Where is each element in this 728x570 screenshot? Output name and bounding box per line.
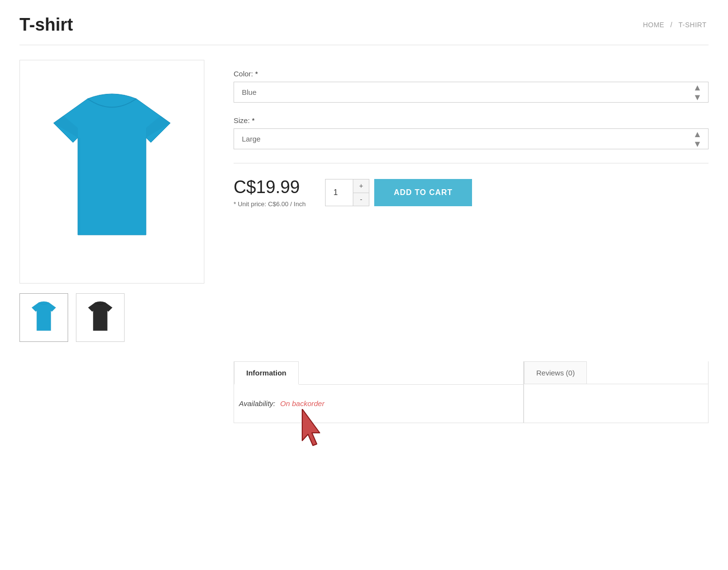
page-header: T-shirt HOME / T-SHIRT [19, 15, 709, 45]
main-product-image [19, 60, 204, 284]
thumbnail-blue[interactable] [19, 293, 68, 342]
page-title: T-shirt [19, 15, 73, 35]
reviews-tab-section: Reviews (0) [524, 361, 709, 423]
tabs-section: Information Availability: On backorder [234, 361, 524, 423]
quantity-buttons: + - [353, 179, 369, 206]
color-field-group: Color: * Blue Black White Red Green ▲ ▼ [234, 70, 709, 103]
size-field-group: Size: * Small Medium Large XL XXL ▲ ▼ [234, 116, 709, 149]
tab-information-content: Availability: On backorder [234, 385, 523, 423]
unit-price: * Unit price: C$6.00 / Inch [234, 200, 306, 208]
breadcrumb: HOME / T-SHIRT [641, 21, 709, 29]
thumbnail-black[interactable] [76, 293, 125, 342]
color-select[interactable]: Blue Black White Red Green [234, 82, 709, 103]
reviews-tabs-bar: Reviews (0) [524, 361, 708, 384]
svg-marker-0 [302, 409, 320, 445]
breadcrumb-separator: / [671, 21, 673, 29]
add-to-cart-button[interactable]: ADD TO CART [374, 179, 472, 206]
tshirt-image-svg [39, 89, 185, 254]
quantity-increase-button[interactable]: + [353, 179, 369, 193]
product-details: Color: * Blue Black White Red Green ▲ ▼ [234, 60, 709, 342]
qty-cart-row: + - ADD TO CART [325, 179, 472, 206]
quantity-decrease-button[interactable]: - [353, 193, 369, 206]
price-section: C$19.99 * Unit price: C$6.00 / Inch [234, 177, 306, 208]
cursor-pointer [297, 409, 331, 455]
price-divider [234, 163, 709, 163]
availability-row: Availability: On backorder [239, 399, 325, 408]
price-cart-row: C$19.99 * Unit price: C$6.00 / Inch + - … [234, 177, 709, 208]
thumb-blue-svg [27, 301, 61, 335]
product-area: Color: * Blue Black White Red Green ▲ ▼ [19, 60, 709, 342]
breadcrumb-home[interactable]: HOME [643, 21, 664, 29]
color-label: Color: * [234, 70, 709, 78]
size-label: Size: * [234, 116, 709, 125]
thumb-black-svg [83, 301, 117, 335]
size-select[interactable]: Small Medium Large XL XXL [234, 128, 709, 149]
breadcrumb-current: T-SHIRT [678, 21, 707, 29]
tabs-area: Information Availability: On backorder [234, 361, 709, 423]
availability-label: Availability: [239, 399, 275, 408]
product-images [19, 60, 204, 342]
availability-value: On backorder [280, 399, 325, 408]
size-select-wrapper[interactable]: Small Medium Large XL XXL ▲ ▼ [234, 128, 709, 149]
quantity-box: + - [325, 179, 369, 206]
thumbnails [19, 293, 204, 342]
tab-reviews[interactable]: Reviews (0) [524, 361, 587, 384]
product-price: C$19.99 [234, 177, 306, 197]
color-select-wrapper[interactable]: Blue Black White Red Green ▲ ▼ [234, 82, 709, 103]
cursor-arrow-svg [297, 409, 331, 453]
tab-information[interactable]: Information [234, 361, 299, 385]
tabs-bar: Information [234, 361, 523, 385]
quantity-input[interactable] [326, 179, 353, 206]
